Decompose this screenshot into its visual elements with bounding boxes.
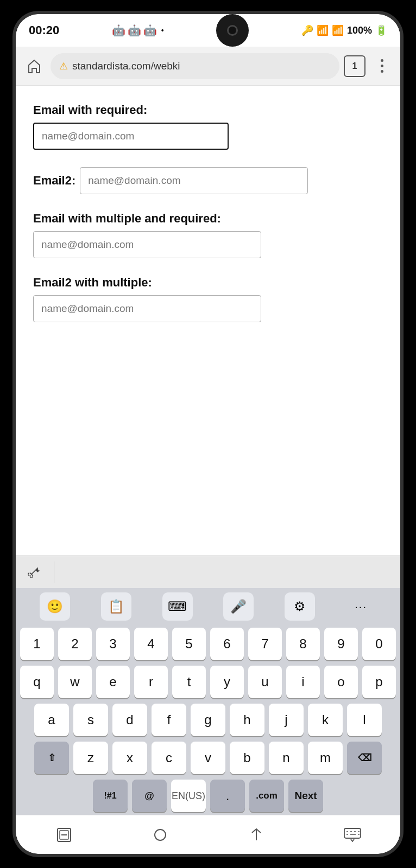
key-a[interactable]: a [34,704,69,736]
email2-multiple-section: Email2 with multiple: [33,276,383,322]
mic-button[interactable]: 🎤 [223,592,254,621]
key-s[interactable]: s [73,704,108,736]
emoji-button[interactable]: 🙂 [40,592,70,621]
emoji-icon: 🙂 [47,599,63,614]
key-z[interactable]: z [73,742,108,774]
key-c[interactable]: c [152,742,186,774]
key-8[interactable]: 8 [286,628,320,660]
key-l[interactable]: l [347,704,382,736]
tab-button[interactable]: 1 [344,55,365,77]
key-j[interactable]: j [269,704,304,736]
symbol-key[interactable]: !#1 [93,780,128,812]
key-t[interactable]: t [172,666,206,698]
home-nav-button[interactable] [144,821,177,848]
mic-icon: 🎤 [230,599,247,614]
more-button[interactable]: ··· [346,592,376,621]
url-text: standardista.com/webki [72,60,180,72]
key-2[interactable]: 2 [58,628,92,660]
zxcv-row: ⇧ z x c v b n m ⌫ [16,739,400,777]
menu-dot-2 [381,65,383,67]
asdf-row: a s d f g h j k l [16,701,400,739]
backspace-key[interactable]: ⌫ [347,742,382,774]
key-x[interactable]: x [112,742,147,774]
status-time: 00:20 [29,23,59,37]
key-d[interactable]: d [112,704,147,736]
key-n[interactable]: n [269,742,304,774]
signal-icon: 📶 [332,24,344,36]
period-key[interactable]: . [210,780,245,812]
key-i[interactable]: i [286,666,320,698]
page-content: Email with required: Email2: Email with … [16,86,400,556]
email2-label: Email2: [33,174,75,188]
wifi-icon: 📶 [317,24,329,36]
key-g[interactable]: g [191,704,225,736]
menu-button[interactable] [370,54,394,78]
key-o[interactable]: o [324,666,358,698]
at-key[interactable]: @ [132,780,167,812]
phone-frame: 00:20 🤖 🤖 🤖 • 🔑 📶 📶 100% 🔋 [12,11,404,857]
password-bar-divider [54,561,54,583]
number-row: 1 2 3 4 5 6 7 8 9 0 [16,625,400,663]
key-u[interactable]: u [248,666,282,698]
email2-row: Email2: [33,167,383,194]
shift-key[interactable]: ⇧ [34,742,69,774]
security-warning-icon: ⚠ [59,60,68,72]
overview-button[interactable] [240,821,273,848]
email-multiple-required-input[interactable] [33,231,261,258]
key-6[interactable]: 6 [210,628,244,660]
key-7[interactable]: 7 [248,628,282,660]
key-m[interactable]: m [308,742,343,774]
next-key[interactable]: Next [288,780,323,812]
key-icon-status: 🔑 [301,24,313,36]
email-multiple-required-label: Email with multiple and required: [33,212,383,226]
settings-icon: ⚙ [294,599,306,614]
keyboard-icon: ⌨ [168,599,187,614]
keyboard-hide-button[interactable] [336,821,369,848]
status-right: 🔑 📶 📶 100% 🔋 [301,24,387,36]
browser-bar: ⚠ standardista.com/webki 1 [16,47,400,86]
key-1[interactable]: 1 [20,628,54,660]
key-3[interactable]: 3 [96,628,130,660]
bottom-row: !#1 @ EN(US) . .com Next [16,777,400,815]
key-f[interactable]: f [152,704,186,736]
home-button[interactable] [22,54,46,78]
dotcom-key[interactable]: .com [249,780,284,812]
battery-icon: 🔋 [375,24,387,36]
email2-section: Email2: [33,167,383,194]
key-0[interactable]: 0 [362,628,396,660]
key-e[interactable]: e [96,666,130,698]
key-h[interactable]: h [230,704,264,736]
key-b[interactable]: b [230,742,264,774]
tab-count: 1 [352,61,357,71]
key-k[interactable]: k [308,704,343,736]
url-bar[interactable]: ⚠ standardista.com/webki [51,53,339,79]
email2-multiple-input[interactable] [33,295,261,322]
email-required-section: Email with required: [33,103,383,150]
key-p[interactable]: p [362,666,396,698]
keyboard-switch-button[interactable]: ⌨ [162,592,193,621]
status-bar: 00:20 🤖 🤖 🤖 • 🔑 📶 📶 100% 🔋 [16,14,400,47]
keyboard-toolbar: 🙂 📋 ⌨ 🎤 ⚙ ··· [16,588,400,625]
key-4[interactable]: 4 [134,628,168,660]
key-v[interactable]: v [191,742,225,774]
key-q[interactable]: q [20,666,54,698]
clipboard-icon: 📋 [108,599,124,614]
email-multiple-required-section: Email with multiple and required: [33,212,383,258]
key-r[interactable]: r [134,666,168,698]
key-y[interactable]: y [210,666,244,698]
svg-rect-5 [344,828,361,838]
password-bar: 🗝 [16,556,400,588]
menu-dot-3 [381,70,383,73]
settings-button[interactable]: ⚙ [285,592,315,621]
camera-notch [216,14,249,47]
key-w[interactable]: w [58,666,92,698]
key-9[interactable]: 9 [324,628,358,660]
clipboard-button[interactable]: 📋 [101,592,131,621]
email-required-label: Email with required: [33,103,383,117]
space-key[interactable]: EN(US) [171,780,206,812]
key-5[interactable]: 5 [172,628,206,660]
email-required-input[interactable] [33,123,229,150]
back-button[interactable] [48,821,80,848]
email2-input[interactable] [80,167,308,194]
keyboard: 1 2 3 4 5 6 7 8 9 0 q w e r t y u i [16,625,400,815]
